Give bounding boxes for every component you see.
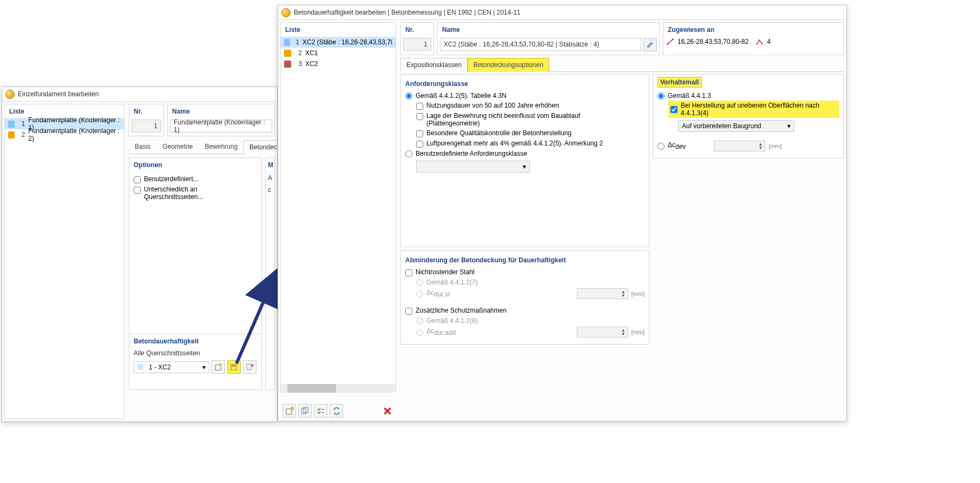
list-item[interactable]: 2 XC1 xyxy=(281,48,396,58)
radio-dcdev[interactable]: Δcdev ▲▼ [mm] xyxy=(657,140,839,153)
alle-q-label: Alle Querschnittsseiten xyxy=(129,348,261,358)
assigned-members: 16,26-28,43,53,70,80-82 xyxy=(678,38,748,45)
color-swatch xyxy=(284,50,291,57)
name-header: Name xyxy=(438,23,659,37)
vorhalte-header: Vorhaltemaß xyxy=(660,78,699,86)
radio-vorhalte-gemaess[interactable]: Gemäß 4.4.1.3 xyxy=(657,91,839,101)
svg-rect-0 xyxy=(215,365,221,370)
check-uneben[interactable]: Bei Herstellung auf unebenen Oberflächen… xyxy=(668,101,839,118)
titlebar-right: Betondauerhaftigkeit bearbeiten | Betonb… xyxy=(278,5,846,20)
tab-geometrie[interactable]: Geometrie xyxy=(156,140,199,154)
delete-icon-button[interactable] xyxy=(243,360,256,374)
check-nutzungsdauer[interactable]: Nutzungsdauer von 50 auf 100 Jahre erhöh… xyxy=(416,101,644,111)
new-icon-button[interactable] xyxy=(212,360,225,374)
app-icon xyxy=(281,8,291,17)
new-button[interactable] xyxy=(282,404,296,418)
tab-exposition[interactable]: Expositionsklassen xyxy=(400,58,468,72)
dcadd-spinner: ▲▼ xyxy=(577,327,628,338)
tab-bewehrung[interactable]: Bewehrung xyxy=(199,140,244,154)
color-swatch xyxy=(284,39,290,46)
baugrund-dropdown[interactable]: Auf vorbereiteten Baugrund▾ xyxy=(678,120,794,132)
svg-rect-2 xyxy=(231,365,236,370)
title-text: Betondauerhaftigkeit bearbeiten | Betonb… xyxy=(294,5,521,20)
check-nichtrostend[interactable]: Nichtrostender Stahl xyxy=(405,267,644,277)
panel-m-header: M xyxy=(266,158,274,172)
check-benutzerdefiniert[interactable]: Benutzerdefiniert... xyxy=(134,174,257,184)
svg-rect-3 xyxy=(232,366,236,367)
svg-point-1 xyxy=(220,363,222,365)
svg-point-16 xyxy=(759,39,760,41)
title-text: Einzelfundament bearbeiten xyxy=(18,87,98,102)
copy-button[interactable] xyxy=(298,404,312,418)
dialog-durability: Betondauerhaftigkeit bearbeiten | Betonb… xyxy=(278,5,847,421)
name-header: Name xyxy=(168,104,274,118)
name-field[interactable]: Fundamentplatte (Knotenlager : 1) xyxy=(170,120,272,133)
scrollbar-horizontal[interactable] xyxy=(281,384,396,393)
durability-header: Betondauerhaftigkeit xyxy=(129,334,261,348)
edit-icon-button[interactable] xyxy=(227,360,241,374)
dcst-spinner: ▲▼ xyxy=(577,288,628,299)
nr-header: Nr. xyxy=(401,23,433,37)
xc2-dropdown[interactable]: 1 - XC2 ▾ xyxy=(134,361,209,373)
titlebar-left: Einzelfundament bearbeiten xyxy=(2,87,277,102)
tabbar-left: Basis Geometrie Bewehrung Betondeckung xyxy=(129,140,275,154)
close-button[interactable] xyxy=(380,404,394,418)
svg-rect-4 xyxy=(247,365,251,369)
radio-dcst: Δcdur,st ▲▼ [mm] xyxy=(416,287,644,300)
radio-gemaess-table[interactable]: Gemäß 4.4.1.2(5). Tabelle 4.3N xyxy=(405,91,644,101)
app-icon xyxy=(5,90,15,99)
svg-point-13 xyxy=(667,43,668,45)
optionen-header: Optionen xyxy=(129,158,261,172)
nr-field: 1 xyxy=(403,38,431,51)
edit-name-button[interactable] xyxy=(643,38,657,51)
color-swatch xyxy=(8,131,15,138)
svg-point-14 xyxy=(672,38,674,40)
nr-field: 1 xyxy=(131,120,161,133)
dialog-foundation: Einzelfundament bearbeiten Liste 1 Funda… xyxy=(2,87,278,422)
chevron-down-icon: ▾ xyxy=(202,363,206,371)
assigned-sets: 4 xyxy=(767,38,771,45)
nr-header: Nr. xyxy=(129,104,163,118)
scrollbar-thumb[interactable] xyxy=(287,384,336,393)
bottom-toolbar xyxy=(282,404,394,418)
check-lage-bewehrung[interactable]: Lage der Bewehrung nicht beeinflusst vom… xyxy=(416,111,644,128)
svg-rect-6 xyxy=(286,409,292,414)
anforderung-header: Anforderungsklasse xyxy=(405,77,644,91)
custom-class-dropdown: ▾ xyxy=(416,161,530,173)
name-field[interactable]: XC2 (Stäbe : 16,26-28,43,53,70,80-82 | S… xyxy=(440,38,641,51)
radio-benutzerdefiniert[interactable]: Benutzerdefinierte Anforderungsklasse xyxy=(405,149,644,158)
color-swatch xyxy=(284,61,291,68)
tab-basis[interactable]: Basis xyxy=(129,140,156,154)
zugewiesen-header: Zugewiesen an xyxy=(663,23,844,37)
abminderung-header: Abminderung der Betondeckung für Dauerha… xyxy=(405,253,644,267)
tab-betondeckung[interactable]: Betondeckung xyxy=(244,140,277,154)
sync-button[interactable] xyxy=(330,404,343,418)
svg-line-12 xyxy=(668,39,673,44)
list-item[interactable]: 1 XC2 (Stäbe : 16,26-28,43,53,70,80-82 xyxy=(281,37,396,48)
svg-point-7 xyxy=(291,407,293,409)
check-zusaetzlich[interactable]: Zusätzliche Schutzmaßnahmen xyxy=(405,306,644,316)
check-luftporen[interactable]: Luftporengehalt mehr als 4% gemäß 4.4.1.… xyxy=(416,138,644,149)
dcdev-spinner: ▲▼ xyxy=(714,141,765,151)
radio-dcadd: Δcdur,add ▲▼ [mm] xyxy=(416,326,644,339)
check-unterschiedlich[interactable]: Unterschiedlich an Querschnittsseiten... xyxy=(134,184,257,202)
check-qualitaet[interactable]: Besondere Qualitätskontrolle der Betonhe… xyxy=(416,128,644,138)
check-button[interactable] xyxy=(314,404,327,418)
chevron-down-icon: ▾ xyxy=(787,122,791,130)
liste-header-right: Liste xyxy=(281,23,396,37)
list-item[interactable]: 2 Fundamentplatte (Knotenlager : 2) xyxy=(5,129,124,140)
list-item[interactable]: 3 XC2 xyxy=(281,58,396,69)
color-swatch xyxy=(8,121,15,128)
svg-point-17 xyxy=(761,43,763,44)
radio-gem8: Gemäß 4.4.1.2(8) xyxy=(416,316,644,326)
svg-point-15 xyxy=(757,43,758,45)
tab-betondeckung-opts[interactable]: Betondeckungsoptionen xyxy=(468,58,549,72)
set-icon xyxy=(756,38,764,45)
radio-gem7: Gemäß 4.4.1.2(7) xyxy=(416,277,644,287)
member-icon xyxy=(667,38,674,45)
